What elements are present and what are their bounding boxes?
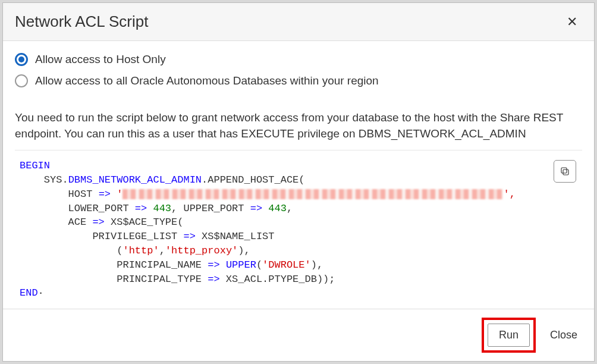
copy-button[interactable] (554, 160, 576, 183)
run-button[interactable]: Run (488, 324, 530, 347)
close-icon[interactable]: ✕ (562, 13, 582, 31)
dialog-title: Network ACL Script (15, 12, 148, 31)
copy-icon (560, 166, 570, 177)
radio-label: Allow access to all Oracle Autonomous Da… (35, 74, 379, 87)
script-description: You need to run the script below to gran… (15, 110, 582, 142)
code-pre: BEGIN SYS.DBMS_NETWORK_ACL_ADMIN.APPEND_… (15, 155, 582, 300)
access-radio-group: Allow access to Host Only Allow access t… (15, 53, 582, 96)
radio-icon (15, 53, 28, 66)
network-acl-script-dialog: Network ACL Script ✕ Allow access to Hos… (2, 2, 595, 362)
script-code-block: BEGIN SYS.DBMS_NETWORK_ACL_ADMIN.APPEND_… (15, 150, 582, 309)
radio-host-only[interactable]: Allow access to Host Only (15, 53, 582, 66)
dialog-body: Allow access to Host Only Allow access t… (3, 41, 594, 309)
dialog-footer: Run Close (3, 309, 594, 361)
dialog-header: Network ACL Script ✕ (3, 3, 594, 41)
redacted-host (122, 189, 503, 199)
radio-icon (15, 74, 28, 87)
run-highlight-box: Run (482, 318, 536, 353)
close-button[interactable]: Close (544, 324, 583, 346)
svg-rect-1 (561, 168, 567, 173)
radio-label: Allow access to Host Only (35, 53, 166, 66)
radio-all-adb[interactable]: Allow access to all Oracle Autonomous Da… (15, 74, 582, 87)
svg-rect-0 (563, 170, 568, 175)
